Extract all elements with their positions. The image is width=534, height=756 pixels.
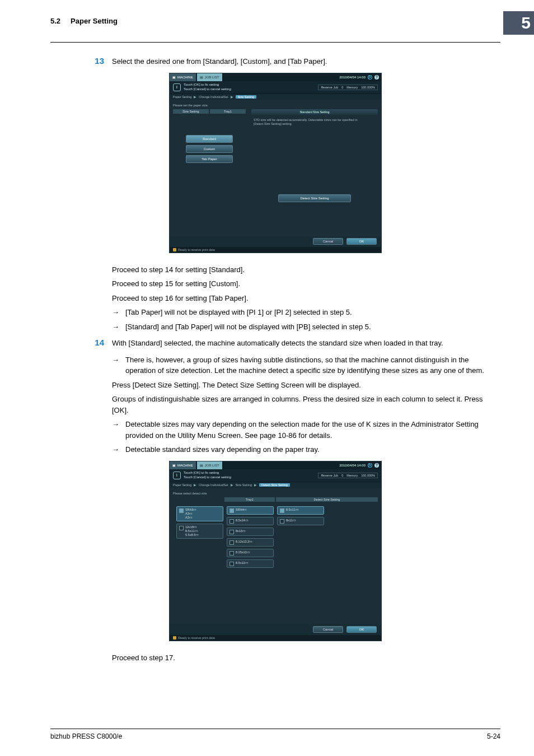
proceed-15: Proceed to step 15 for setting [Custom].: [112, 278, 500, 290]
screenshot-size-setting: ▣MACHINE ▤JOB LIST 2010/04/04 14:00 ⏻ ? …: [169, 73, 382, 253]
size-option[interactable]: 8x11▭: [277, 517, 324, 525]
info-icon: i: [173, 472, 181, 479]
col-header-detect: Detect Size Setting: [276, 497, 378, 502]
msg-line-2: Touch [Cancel] to cancel setting: [184, 87, 231, 91]
size-option-label: 8x13▭: [236, 529, 246, 533]
size-option[interactable]: SRA4▭: [227, 506, 274, 515]
breadcrumb-1[interactable]: Paper Setting: [173, 483, 191, 487]
list-icon: ▤: [200, 75, 203, 79]
size-option[interactable]: 8.5x14▭: [227, 517, 274, 525]
size-option[interactable]: SRA3▭ A3▭ A3▭: [176, 506, 223, 521]
right-panel-title: Standard Size Setting: [251, 109, 378, 115]
footer-product: bizhub PRESS C8000/e: [50, 732, 122, 740]
status-line-text: Ready to receive print data: [178, 636, 215, 640]
tab-machine-label: MACHINE: [177, 76, 193, 79]
memory-pct: 100.000%: [361, 474, 375, 477]
reserve-count: 0: [341, 474, 343, 477]
memory-label: Memory: [346, 86, 358, 89]
tab-job-list[interactable]: ▤JOB LIST: [197, 461, 222, 469]
tab-paper-button[interactable]: Tab Paper: [186, 155, 233, 163]
left-header-1: Size Setting: [173, 109, 209, 114]
tab-machine[interactable]: ▣MACHINE: [170, 73, 196, 81]
size-option-label: SRA3▭ A3▭ A3▭: [185, 508, 196, 520]
size-option-label: 8.12x13.2▭: [236, 540, 252, 544]
memory-pct: 100.000%: [361, 86, 375, 89]
arrow-icon: →: [112, 444, 120, 455]
size-option[interactable]: 8x13▭: [227, 528, 274, 536]
help-icon[interactable]: ?: [374, 463, 379, 468]
checkbox-icon: [179, 526, 184, 530]
size-option-label: 8.25x13▭: [236, 550, 250, 554]
size-option-label: SRA4▭: [236, 508, 247, 512]
size-option[interactable]: 8.5x11▭: [277, 506, 324, 515]
status-box: Reserve Job 0 Memory 100.000%: [318, 85, 378, 90]
left-header-2: Tray1: [210, 109, 246, 114]
memory-label: Memory: [346, 474, 358, 477]
detect-size-setting-button[interactable]: Detect Size Setting: [278, 194, 351, 202]
standard-button[interactable]: Standard: [186, 135, 233, 143]
footer-page-number: 5-24: [487, 732, 500, 740]
instruction-text: Please set the paper size: [173, 104, 378, 107]
breadcrumb-3-current: Size Setting: [236, 95, 256, 99]
breadcrumb-3[interactable]: Size Setting: [236, 483, 252, 487]
bullet-text: [Tab Paper] will not be displayed with […: [125, 307, 500, 318]
cancel-button[interactable]: Cancel: [313, 626, 343, 633]
chevron-right-icon: ▶: [231, 483, 233, 487]
message-text: Touch [OK] to fix setting Touch [Cancel]…: [184, 471, 231, 479]
chapter-badge: 5: [503, 11, 534, 35]
breadcrumb-1[interactable]: Paper Setting: [173, 95, 191, 99]
cancel-button[interactable]: Cancel: [313, 238, 343, 245]
reserve-count: 0: [341, 86, 343, 89]
checkbox-icon: [179, 508, 184, 513]
ok-button[interactable]: OK: [346, 238, 377, 245]
breadcrumb-2[interactable]: Change IndividualSet: [199, 483, 228, 487]
right-panel-desc: STD size will be detected automatically.…: [251, 117, 362, 128]
help-icon[interactable]: ?: [374, 75, 379, 80]
message-text: Touch [OK] to fix setting Touch [Cancel]…: [184, 83, 231, 91]
msg-line-2: Touch [Cancel] to cancel setting: [184, 475, 231, 479]
power-icon[interactable]: ⏻: [368, 463, 372, 468]
size-option[interactable]: 12x18▭ 8.5x11▭ 5.5x8.5▭: [176, 524, 223, 539]
step-number-14: 14: [90, 338, 104, 349]
person-icon: ▣: [172, 463, 176, 467]
arrow-icon: →: [112, 321, 120, 333]
checkbox-icon: [280, 508, 284, 513]
breadcrumb-4-current: Detect Size Setting: [259, 483, 290, 487]
ok-button[interactable]: OK: [346, 626, 377, 633]
proceed-14: Proceed to step 14 for setting [Standard…: [112, 264, 500, 276]
checkbox-icon: [229, 530, 234, 534]
tab-job-list-label: JOB LIST: [205, 464, 219, 467]
section-title: Paper Setting: [71, 17, 118, 25]
step-13-text: Select the desired one from [Standard], …: [112, 56, 500, 67]
checkbox-icon: [229, 508, 234, 513]
custom-button[interactable]: Custom: [186, 145, 233, 153]
step-14-p1: Press [Detect Size Setting]. The Detect …: [112, 380, 500, 391]
power-icon[interactable]: ⏻: [368, 75, 372, 80]
arrow-icon: →: [112, 419, 120, 441]
reserve-label: Reserve Job: [321, 86, 338, 89]
list-icon: ▤: [200, 463, 203, 467]
tab-machine-label: MACHINE: [177, 464, 193, 467]
arrow-icon: →: [112, 307, 120, 318]
screenshot-detect-size: ▣MACHINE ▤JOB LIST 2010/04/04 14:00 ⏻ ? …: [169, 461, 382, 641]
breadcrumb-2[interactable]: Change IndividualSet: [199, 95, 228, 99]
size-option[interactable]: 8.12x13.2▭: [227, 538, 274, 547]
checkbox-icon: [229, 562, 234, 566]
size-option-label: 8.5x11▭: [286, 508, 299, 512]
chevron-right-icon: ▶: [254, 483, 257, 487]
tab-job-list[interactable]: ▤JOB LIST: [197, 73, 222, 81]
proceed-17: Proceed to step 17.: [112, 652, 500, 664]
msg-line-1: Touch [OK] to fix setting: [184, 83, 231, 87]
datetime-text: 2010/04/04 14:00: [339, 464, 366, 467]
step-14-text: With [Standard] selected, the machine au…: [112, 338, 500, 349]
step-number-13: 13: [90, 56, 104, 67]
person-icon: ▣: [172, 75, 176, 79]
tab-job-list-label: JOB LIST: [205, 76, 219, 79]
chevron-right-icon: ▶: [194, 95, 196, 99]
tab-machine[interactable]: ▣MACHINE: [170, 461, 196, 469]
size-option[interactable]: 8.25x13▭: [227, 549, 274, 557]
size-option[interactable]: 8.5x13▭: [227, 559, 274, 568]
bullet-text: Detectable sizes may vary depending on t…: [125, 419, 500, 441]
col-header-tray: Tray1: [224, 497, 275, 502]
checkbox-icon: [229, 551, 234, 556]
